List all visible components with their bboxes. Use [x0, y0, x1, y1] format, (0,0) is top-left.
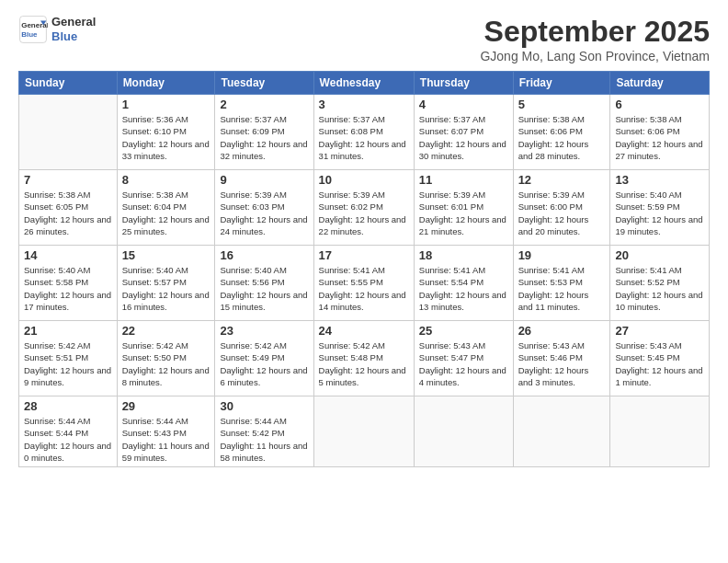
day-number: 20	[615, 248, 704, 262]
day-number: 14	[24, 248, 112, 262]
day-info: Sunrise: 5:44 AM Sunset: 5:43 PM Dayligh…	[122, 415, 210, 464]
svg-text:Blue: Blue	[21, 30, 38, 39]
calendar-table: Sunday Monday Tuesday Wednesday Thursday…	[18, 71, 710, 467]
day-number: 13	[615, 173, 704, 187]
table-row: 26Sunrise: 5:43 AM Sunset: 5:46 PM Dayli…	[513, 321, 610, 396]
day-info: Sunrise: 5:38 AM Sunset: 6:05 PM Dayligh…	[24, 189, 112, 237]
day-number: 23	[220, 324, 308, 338]
logo-text-blue: Blue	[51, 29, 96, 44]
day-info: Sunrise: 5:42 AM Sunset: 5:49 PM Dayligh…	[220, 339, 308, 388]
table-row: 29Sunrise: 5:44 AM Sunset: 5:43 PM Dayli…	[117, 396, 215, 467]
table-row: 1Sunrise: 5:36 AM Sunset: 6:10 PM Daylig…	[117, 95, 215, 170]
table-row: 19Sunrise: 5:41 AM Sunset: 5:53 PM Dayli…	[513, 246, 610, 321]
day-number: 24	[319, 324, 409, 338]
day-info: Sunrise: 5:43 AM Sunset: 5:46 PM Dayligh…	[518, 339, 606, 388]
day-info: Sunrise: 5:39 AM Sunset: 6:02 PM Dayligh…	[319, 189, 409, 237]
day-number: 10	[319, 173, 409, 187]
col-sunday: Sunday	[19, 72, 118, 95]
day-number: 22	[122, 324, 210, 338]
day-number: 17	[319, 248, 409, 262]
day-info: Sunrise: 5:38 AM Sunset: 6:06 PM Dayligh…	[615, 113, 704, 162]
table-row: 13Sunrise: 5:40 AM Sunset: 5:59 PM Dayli…	[610, 170, 710, 246]
day-info: Sunrise: 5:39 AM Sunset: 6:03 PM Dayligh…	[220, 189, 308, 237]
day-number: 29	[122, 399, 210, 413]
day-info: Sunrise: 5:38 AM Sunset: 6:06 PM Dayligh…	[518, 113, 606, 162]
day-number: 7	[24, 173, 112, 187]
day-number: 11	[419, 173, 508, 187]
day-info: Sunrise: 5:40 AM Sunset: 5:59 PM Dayligh…	[615, 189, 704, 237]
day-info: Sunrise: 5:38 AM Sunset: 6:04 PM Dayligh…	[122, 189, 210, 237]
day-info: Sunrise: 5:39 AM Sunset: 6:00 PM Dayligh…	[518, 189, 606, 237]
day-number: 3	[319, 98, 409, 111]
day-number: 27	[615, 324, 704, 338]
table-row: 6Sunrise: 5:38 AM Sunset: 6:06 PM Daylig…	[610, 95, 710, 170]
table-row	[414, 396, 513, 467]
table-row: 18Sunrise: 5:41 AM Sunset: 5:54 PM Dayli…	[414, 246, 513, 321]
day-info: Sunrise: 5:41 AM Sunset: 5:53 PM Dayligh…	[518, 264, 606, 313]
day-info: Sunrise: 5:43 AM Sunset: 5:45 PM Dayligh…	[615, 339, 704, 388]
day-number: 18	[419, 248, 508, 262]
table-row: 8Sunrise: 5:38 AM Sunset: 6:04 PM Daylig…	[117, 170, 215, 246]
table-row: 15Sunrise: 5:40 AM Sunset: 5:57 PM Dayli…	[117, 246, 215, 321]
day-number: 15	[122, 248, 210, 262]
table-row	[313, 396, 414, 467]
table-row: 24Sunrise: 5:42 AM Sunset: 5:48 PM Dayli…	[313, 321, 414, 396]
table-row: 7Sunrise: 5:38 AM Sunset: 6:05 PM Daylig…	[19, 170, 118, 246]
col-thursday: Thursday	[414, 72, 513, 95]
col-wednesday: Wednesday	[313, 72, 414, 95]
calendar-header-row: Sunday Monday Tuesday Wednesday Thursday…	[19, 72, 710, 95]
day-info: Sunrise: 5:42 AM Sunset: 5:50 PM Dayligh…	[122, 339, 210, 388]
day-info: Sunrise: 5:40 AM Sunset: 5:56 PM Dayligh…	[220, 264, 308, 313]
table-row: 25Sunrise: 5:43 AM Sunset: 5:47 PM Dayli…	[414, 321, 513, 396]
table-row: 14Sunrise: 5:40 AM Sunset: 5:58 PM Dayli…	[19, 246, 118, 321]
day-number: 26	[518, 324, 606, 338]
day-info: Sunrise: 5:36 AM Sunset: 6:10 PM Dayligh…	[122, 113, 210, 162]
col-friday: Friday	[513, 72, 610, 95]
day-info: Sunrise: 5:37 AM Sunset: 6:09 PM Dayligh…	[220, 113, 308, 162]
day-info: Sunrise: 5:40 AM Sunset: 5:57 PM Dayligh…	[122, 264, 210, 313]
header: General Blue General Blue September 2025…	[18, 15, 710, 63]
table-row: 9Sunrise: 5:39 AM Sunset: 6:03 PM Daylig…	[215, 170, 313, 246]
table-row: 5Sunrise: 5:38 AM Sunset: 6:06 PM Daylig…	[513, 95, 610, 170]
col-monday: Monday	[117, 72, 215, 95]
table-row: 21Sunrise: 5:42 AM Sunset: 5:51 PM Dayli…	[19, 321, 118, 396]
table-row	[610, 396, 710, 467]
day-number: 16	[220, 248, 308, 262]
page: General Blue General Blue September 2025…	[0, 0, 728, 563]
logo-text-general: General	[51, 15, 96, 29]
day-number: 4	[419, 98, 508, 111]
day-info: Sunrise: 5:43 AM Sunset: 5:47 PM Dayligh…	[419, 339, 508, 388]
table-row: 2Sunrise: 5:37 AM Sunset: 6:09 PM Daylig…	[215, 95, 313, 170]
table-row: 28Sunrise: 5:44 AM Sunset: 5:44 PM Dayli…	[19, 396, 118, 467]
day-number: 12	[518, 173, 606, 187]
table-row: 10Sunrise: 5:39 AM Sunset: 6:02 PM Dayli…	[313, 170, 414, 246]
day-number: 9	[220, 173, 308, 187]
table-row: 16Sunrise: 5:40 AM Sunset: 5:56 PM Dayli…	[215, 246, 313, 321]
day-info: Sunrise: 5:40 AM Sunset: 5:58 PM Dayligh…	[24, 264, 112, 313]
col-saturday: Saturday	[610, 72, 710, 95]
col-tuesday: Tuesday	[215, 72, 313, 95]
table-row: 11Sunrise: 5:39 AM Sunset: 6:01 PM Dayli…	[414, 170, 513, 246]
day-info: Sunrise: 5:42 AM Sunset: 5:51 PM Dayligh…	[24, 339, 112, 388]
day-number: 2	[220, 98, 308, 111]
day-info: Sunrise: 5:44 AM Sunset: 5:42 PM Dayligh…	[220, 415, 308, 464]
table-row	[513, 396, 610, 467]
day-number: 21	[24, 324, 112, 338]
logo-icon: General Blue	[18, 15, 48, 44]
table-row: 30Sunrise: 5:44 AM Sunset: 5:42 PM Dayli…	[215, 396, 313, 467]
table-row	[19, 95, 118, 170]
table-row: 4Sunrise: 5:37 AM Sunset: 6:07 PM Daylig…	[414, 95, 513, 170]
day-info: Sunrise: 5:41 AM Sunset: 5:52 PM Dayligh…	[615, 264, 704, 313]
day-info: Sunrise: 5:42 AM Sunset: 5:48 PM Dayligh…	[319, 339, 409, 388]
day-info: Sunrise: 5:41 AM Sunset: 5:54 PM Dayligh…	[419, 264, 508, 313]
day-info: Sunrise: 5:41 AM Sunset: 5:55 PM Dayligh…	[319, 264, 409, 313]
logo: General Blue General Blue	[18, 15, 96, 44]
day-info: Sunrise: 5:39 AM Sunset: 6:01 PM Dayligh…	[419, 189, 508, 237]
table-row: 20Sunrise: 5:41 AM Sunset: 5:52 PM Dayli…	[610, 246, 710, 321]
day-info: Sunrise: 5:37 AM Sunset: 6:07 PM Dayligh…	[419, 113, 508, 162]
table-row: 23Sunrise: 5:42 AM Sunset: 5:49 PM Dayli…	[215, 321, 313, 396]
table-row: 3Sunrise: 5:37 AM Sunset: 6:08 PM Daylig…	[313, 95, 414, 170]
day-number: 6	[615, 98, 704, 111]
day-number: 19	[518, 248, 606, 262]
day-number: 5	[518, 98, 606, 111]
